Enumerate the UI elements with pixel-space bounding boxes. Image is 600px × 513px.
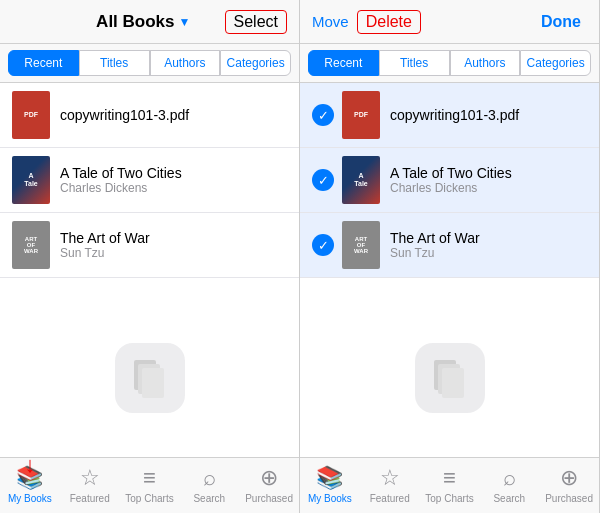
watermark-area <box>0 278 299 457</box>
book-thumbnail: ARTOFWAR <box>342 221 380 269</box>
list-item[interactable]: ARTOFWAR The Art of War Sun Tzu <box>0 213 299 278</box>
right-panel: Move Delete Done Recent Titles Authors C… <box>300 0 600 513</box>
my-books-label: My Books <box>8 493 52 504</box>
left-header: All Books ▼ Select <box>0 0 299 44</box>
book-author: Sun Tzu <box>60 246 287 260</box>
check-circle: ✓ <box>312 104 334 126</box>
svg-rect-2 <box>142 368 164 398</box>
top-charts-label: Top Charts <box>125 493 173 504</box>
right-bottom-bar: 📚 My Books ☆ Featured ≡ Top Charts ⌕ Sea… <box>300 457 599 513</box>
book-author: Charles Dickens <box>390 181 587 195</box>
bottom-purchased-left[interactable]: ⊕ Purchased <box>239 465 299 506</box>
tab-titles-right[interactable]: Titles <box>379 50 450 76</box>
tab-categories-right[interactable]: Categories <box>520 50 591 76</box>
check-circle: ✓ <box>312 169 334 191</box>
check-circle: ✓ <box>312 234 334 256</box>
bottom-search-left[interactable]: ⌕ Search <box>179 465 239 506</box>
chevron-icon: ▼ <box>179 15 191 29</box>
done-button[interactable]: Done <box>535 9 587 35</box>
book-title: A Tale of Two Cities <box>390 165 587 181</box>
top-charts-icon: ≡ <box>143 465 156 491</box>
book-title: copywriting101-3.pdf <box>390 107 587 123</box>
left-book-list: PDF copywriting101-3.pdf ATale A Tale of… <box>0 83 299 457</box>
checkmark-icon: ✓ <box>318 173 329 188</box>
left-bottom-bar: ↓ 📚 My Books ☆ Featured ≡ Top Charts ⌕ S… <box>0 457 299 513</box>
book-author: Sun Tzu <box>390 246 587 260</box>
tab-authors-right[interactable]: Authors <box>450 50 521 76</box>
ibooks-watermark <box>415 343 485 413</box>
tab-recent-left[interactable]: Recent <box>8 50 79 76</box>
top-charts-label: Top Charts <box>425 493 473 504</box>
featured-icon: ☆ <box>80 465 100 491</box>
list-item[interactable]: ✓ ATale A Tale of Two Cities Charles Dic… <box>300 148 599 213</box>
purchased-label: Purchased <box>245 493 293 504</box>
purchased-icon: ⊕ <box>560 465 578 491</box>
bottom-search-right[interactable]: ⌕ Search <box>479 465 539 506</box>
book-thumbnail: PDF <box>342 91 380 139</box>
book-thumbnail: ARTOFWAR <box>12 221 50 269</box>
book-title: copywriting101-3.pdf <box>60 107 287 123</box>
checkmark-icon: ✓ <box>318 238 329 253</box>
bottom-purchased-right[interactable]: ⊕ Purchased <box>539 465 599 506</box>
featured-icon: ☆ <box>380 465 400 491</box>
top-charts-icon: ≡ <box>443 465 456 491</box>
my-books-icon: 📚 <box>316 465 343 491</box>
left-tabs: Recent Titles Authors Categories <box>0 44 299 83</box>
search-label: Search <box>193 493 225 504</box>
featured-label: Featured <box>370 493 410 504</box>
bottom-my-books-left[interactable]: ↓ 📚 My Books <box>0 465 60 506</box>
tab-titles-left[interactable]: Titles <box>79 50 150 76</box>
checkmark-icon: ✓ <box>318 108 329 123</box>
left-panel: All Books ▼ Select Recent Titles Authors… <box>0 0 300 513</box>
my-books-label: My Books <box>308 493 352 504</box>
purchased-label: Purchased <box>545 493 593 504</box>
arrow-hint-icon: ↓ <box>24 454 35 476</box>
book-author: Charles Dickens <box>60 181 287 195</box>
select-button[interactable]: Select <box>225 10 287 34</box>
bottom-top-charts-left[interactable]: ≡ Top Charts <box>120 465 180 506</box>
tab-authors-left[interactable]: Authors <box>150 50 221 76</box>
bottom-top-charts-right[interactable]: ≡ Top Charts <box>420 465 480 506</box>
right-book-list: ✓ PDF copywriting101-3.pdf ✓ ATale A Tal… <box>300 83 599 457</box>
book-thumbnail: PDF <box>12 91 50 139</box>
list-item[interactable]: PDF copywriting101-3.pdf <box>0 83 299 148</box>
book-title: The Art of War <box>60 230 287 246</box>
book-title: The Art of War <box>390 230 587 246</box>
delete-button[interactable]: Delete <box>357 10 421 34</box>
ibooks-watermark <box>115 343 185 413</box>
left-title[interactable]: All Books ▼ <box>96 12 190 32</box>
book-title: A Tale of Two Cities <box>60 165 287 181</box>
list-item[interactable]: ATale A Tale of Two Cities Charles Dicke… <box>0 148 299 213</box>
book-thumbnail: ATale <box>342 156 380 204</box>
bottom-featured-left[interactable]: ☆ Featured <box>60 465 120 506</box>
right-header: Move Delete Done <box>300 0 599 44</box>
list-item[interactable]: ✓ ARTOFWAR The Art of War Sun Tzu <box>300 213 599 278</box>
watermark-area <box>300 278 599 457</box>
right-tabs: Recent Titles Authors Categories <box>300 44 599 83</box>
tab-recent-right[interactable]: Recent <box>308 50 379 76</box>
search-icon: ⌕ <box>203 465 216 491</box>
list-item[interactable]: ✓ PDF copywriting101-3.pdf <box>300 83 599 148</box>
search-label: Search <box>493 493 525 504</box>
book-thumbnail: ATale <box>12 156 50 204</box>
bottom-featured-right[interactable]: ☆ Featured <box>360 465 420 506</box>
all-books-label: All Books <box>96 12 174 32</box>
right-header-actions: Move Delete <box>312 10 421 34</box>
featured-label: Featured <box>70 493 110 504</box>
svg-rect-5 <box>442 368 464 398</box>
search-icon: ⌕ <box>503 465 516 491</box>
tab-categories-left[interactable]: Categories <box>220 50 291 76</box>
move-button[interactable]: Move <box>312 13 349 30</box>
bottom-my-books-right[interactable]: 📚 My Books <box>300 465 360 506</box>
purchased-icon: ⊕ <box>260 465 278 491</box>
